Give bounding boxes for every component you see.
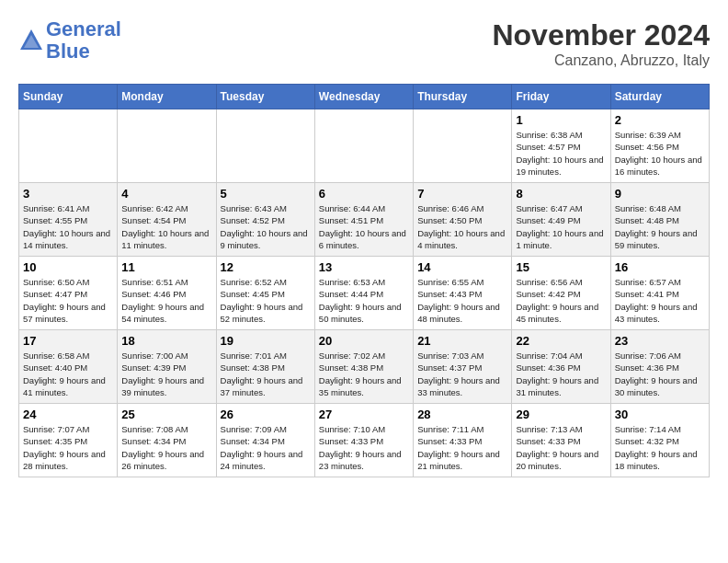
day-number: 11 — [121, 260, 211, 274]
calendar-cell: 2Sunrise: 6:39 AM Sunset: 4:56 PM Daylig… — [610, 109, 709, 183]
day-number: 25 — [121, 408, 211, 421]
day-info: Sunrise: 6:50 AM Sunset: 4:47 PM Dayligh… — [23, 276, 113, 325]
day-info: Sunrise: 7:01 AM Sunset: 4:38 PM Dayligh… — [221, 350, 311, 398]
calendar-cell — [414, 109, 512, 183]
calendar-cell: 20Sunrise: 7:02 AM Sunset: 4:38 PM Dayli… — [314, 330, 413, 404]
day-info: Sunrise: 6:44 AM Sunset: 4:51 PM Dayligh… — [319, 202, 409, 251]
day-number: 17 — [23, 334, 113, 348]
day-number: 8 — [516, 187, 606, 201]
day-info: Sunrise: 7:03 AM Sunset: 4:37 PM Dayligh… — [417, 350, 507, 398]
calendar-cell: 24Sunrise: 7:07 AM Sunset: 4:35 PM Dayli… — [19, 404, 118, 477]
calendar-week-row: 1Sunrise: 6:38 AM Sunset: 4:57 PM Daylig… — [19, 109, 710, 183]
day-number: 21 — [417, 334, 507, 348]
day-number: 29 — [516, 408, 606, 421]
day-info: Sunrise: 7:02 AM Sunset: 4:38 PM Dayligh… — [319, 350, 409, 398]
day-info: Sunrise: 6:46 AM Sunset: 4:50 PM Dayligh… — [417, 202, 507, 251]
day-info: Sunrise: 6:51 AM Sunset: 4:46 PM Dayligh… — [121, 276, 211, 325]
day-number: 2 — [615, 113, 705, 127]
calendar-cell: 17Sunrise: 6:58 AM Sunset: 4:40 PM Dayli… — [19, 330, 118, 404]
calendar-cell: 13Sunrise: 6:53 AM Sunset: 4:44 PM Dayli… — [314, 257, 413, 330]
calendar-week-row: 17Sunrise: 6:58 AM Sunset: 4:40 PM Dayli… — [19, 330, 710, 404]
day-number: 13 — [319, 260, 409, 274]
calendar-cell: 23Sunrise: 7:06 AM Sunset: 4:36 PM Dayli… — [610, 330, 709, 404]
calendar-cell: 4Sunrise: 6:42 AM Sunset: 4:54 PM Daylig… — [118, 183, 216, 257]
calendar-week-row: 24Sunrise: 7:07 AM Sunset: 4:35 PM Dayli… — [19, 404, 710, 477]
calendar-cell: 18Sunrise: 7:00 AM Sunset: 4:39 PM Dayli… — [118, 330, 216, 404]
day-info: Sunrise: 6:47 AM Sunset: 4:49 PM Dayligh… — [516, 202, 606, 251]
calendar-cell: 16Sunrise: 6:57 AM Sunset: 4:41 PM Dayli… — [610, 257, 709, 330]
calendar-cell — [19, 109, 118, 183]
day-info: Sunrise: 7:10 AM Sunset: 4:33 PM Dayligh… — [319, 423, 409, 472]
day-info: Sunrise: 6:48 AM Sunset: 4:48 PM Dayligh… — [615, 202, 705, 251]
day-number: 26 — [221, 408, 311, 421]
page-header: General Blue November 2024 Canzano, Abru… — [18, 18, 710, 69]
calendar-week-row: 10Sunrise: 6:50 AM Sunset: 4:47 PM Dayli… — [19, 257, 710, 330]
calendar-cell — [216, 109, 314, 183]
day-info: Sunrise: 6:55 AM Sunset: 4:43 PM Dayligh… — [417, 276, 507, 325]
logo-line1: General — [46, 17, 121, 40]
calendar-cell: 12Sunrise: 6:52 AM Sunset: 4:45 PM Dayli… — [216, 257, 314, 330]
calendar-cell: 7Sunrise: 6:46 AM Sunset: 4:50 PM Daylig… — [414, 183, 512, 257]
calendar-week-row: 3Sunrise: 6:41 AM Sunset: 4:55 PM Daylig… — [19, 183, 710, 257]
day-number: 6 — [319, 187, 409, 201]
day-info: Sunrise: 6:52 AM Sunset: 4:45 PM Dayligh… — [221, 276, 311, 325]
day-info: Sunrise: 7:13 AM Sunset: 4:33 PM Dayligh… — [516, 423, 606, 472]
calendar-cell: 26Sunrise: 7:09 AM Sunset: 4:34 PM Dayli… — [216, 404, 314, 477]
day-info: Sunrise: 7:07 AM Sunset: 4:35 PM Dayligh… — [23, 423, 113, 472]
calendar-cell: 10Sunrise: 6:50 AM Sunset: 4:47 PM Dayli… — [19, 257, 118, 330]
day-number: 15 — [516, 260, 606, 274]
day-number: 23 — [615, 334, 705, 348]
day-number: 30 — [615, 408, 705, 421]
day-number: 14 — [417, 260, 507, 274]
calendar-cell: 9Sunrise: 6:48 AM Sunset: 4:48 PM Daylig… — [610, 183, 709, 257]
day-number: 18 — [121, 334, 211, 348]
day-info: Sunrise: 7:04 AM Sunset: 4:36 PM Dayligh… — [516, 350, 606, 398]
calendar-cell — [314, 109, 413, 183]
day-info: Sunrise: 6:57 AM Sunset: 4:41 PM Dayligh… — [615, 276, 705, 325]
day-number: 24 — [23, 408, 113, 421]
day-info: Sunrise: 6:39 AM Sunset: 4:56 PM Dayligh… — [615, 129, 705, 178]
logo: General Blue — [18, 18, 121, 63]
day-info: Sunrise: 6:41 AM Sunset: 4:55 PM Dayligh… — [23, 202, 113, 251]
calendar-cell: 8Sunrise: 6:47 AM Sunset: 4:49 PM Daylig… — [512, 183, 610, 257]
day-info: Sunrise: 7:14 AM Sunset: 4:32 PM Dayligh… — [615, 423, 705, 472]
calendar-cell: 27Sunrise: 7:10 AM Sunset: 4:33 PM Dayli… — [314, 404, 413, 477]
weekday-header: Sunday — [19, 85, 118, 109]
calendar-cell: 22Sunrise: 7:04 AM Sunset: 4:36 PM Dayli… — [512, 330, 610, 404]
day-info: Sunrise: 6:58 AM Sunset: 4:40 PM Dayligh… — [23, 350, 113, 398]
logo-text: General Blue — [46, 18, 121, 63]
calendar-cell: 19Sunrise: 7:01 AM Sunset: 4:38 PM Dayli… — [216, 330, 314, 404]
weekday-header: Friday — [512, 85, 610, 109]
weekday-header: Monday — [118, 85, 216, 109]
calendar-cell: 3Sunrise: 6:41 AM Sunset: 4:55 PM Daylig… — [19, 183, 118, 257]
logo-line2: Blue — [46, 40, 90, 63]
location: Canzano, Abruzzo, Italy — [492, 52, 710, 69]
day-info: Sunrise: 6:56 AM Sunset: 4:42 PM Dayligh… — [516, 276, 606, 325]
calendar-cell: 28Sunrise: 7:11 AM Sunset: 4:33 PM Dayli… — [414, 404, 512, 477]
day-info: Sunrise: 7:11 AM Sunset: 4:33 PM Dayligh… — [417, 423, 507, 472]
day-number: 20 — [319, 334, 409, 348]
day-info: Sunrise: 7:09 AM Sunset: 4:34 PM Dayligh… — [221, 423, 311, 472]
day-number: 5 — [221, 187, 311, 201]
weekday-header: Saturday — [610, 85, 709, 109]
day-number: 9 — [615, 187, 705, 201]
day-number: 28 — [417, 408, 507, 421]
calendar-table: SundayMondayTuesdayWednesdayThursdayFrid… — [18, 84, 710, 477]
day-info: Sunrise: 7:00 AM Sunset: 4:39 PM Dayligh… — [121, 350, 211, 398]
calendar-cell: 30Sunrise: 7:14 AM Sunset: 4:32 PM Dayli… — [610, 404, 709, 477]
calendar-cell: 29Sunrise: 7:13 AM Sunset: 4:33 PM Dayli… — [512, 404, 610, 477]
day-info: Sunrise: 6:43 AM Sunset: 4:52 PM Dayligh… — [221, 202, 311, 251]
day-number: 3 — [23, 187, 113, 201]
weekday-header: Tuesday — [216, 85, 314, 109]
weekday-header: Thursday — [414, 85, 512, 109]
day-number: 16 — [615, 260, 705, 274]
calendar-cell: 5Sunrise: 6:43 AM Sunset: 4:52 PM Daylig… — [216, 183, 314, 257]
day-info: Sunrise: 6:53 AM Sunset: 4:44 PM Dayligh… — [319, 276, 409, 325]
title-block: November 2024 Canzano, Abruzzo, Italy — [492, 18, 710, 69]
day-info: Sunrise: 6:38 AM Sunset: 4:57 PM Dayligh… — [516, 129, 606, 178]
calendar-cell — [118, 109, 216, 183]
weekday-header: Wednesday — [314, 85, 413, 109]
calendar-cell: 14Sunrise: 6:55 AM Sunset: 4:43 PM Dayli… — [414, 257, 512, 330]
calendar-cell: 6Sunrise: 6:44 AM Sunset: 4:51 PM Daylig… — [314, 183, 413, 257]
day-info: Sunrise: 7:06 AM Sunset: 4:36 PM Dayligh… — [615, 350, 705, 398]
